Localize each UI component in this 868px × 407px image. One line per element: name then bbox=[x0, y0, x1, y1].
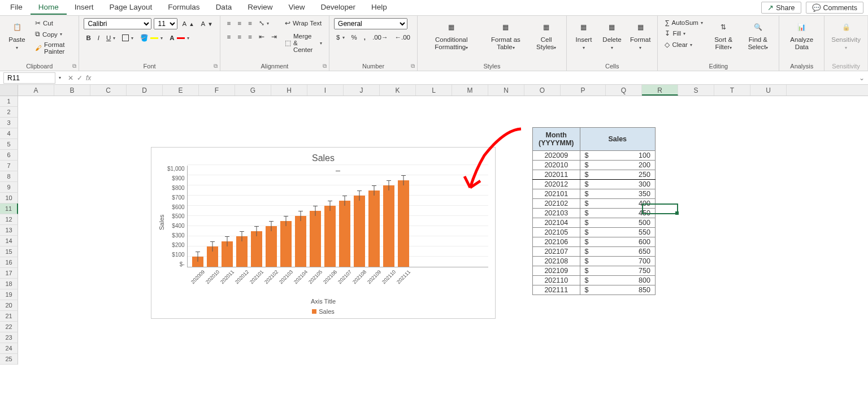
italic-button[interactable]: I bbox=[96, 33, 102, 42]
tab-page-layout[interactable]: Page Layout bbox=[102, 1, 160, 15]
number-format-select[interactable]: General bbox=[334, 18, 407, 29]
enter-formula-button[interactable]: ✓ bbox=[77, 74, 83, 82]
tab-review[interactable]: Review bbox=[240, 1, 280, 15]
sort-filter-button[interactable]: ⇅Sort & Filter▾ bbox=[709, 18, 739, 51]
row-header[interactable]: 3 bbox=[0, 118, 18, 128]
clear-button[interactable]: ◇Clear ▾ bbox=[662, 40, 705, 50]
row-header[interactable]: 21 bbox=[0, 311, 18, 322]
row-header[interactable]: 18 bbox=[0, 279, 18, 289]
column-header[interactable]: D bbox=[127, 85, 163, 96]
tab-home[interactable]: Home bbox=[31, 1, 67, 15]
tab-view[interactable]: View bbox=[280, 1, 313, 15]
row-header[interactable]: 22 bbox=[0, 322, 18, 332]
column-header[interactable]: Q bbox=[606, 85, 642, 96]
row-header[interactable]: 2 bbox=[0, 107, 18, 118]
row-header[interactable]: 12 bbox=[0, 214, 18, 225]
borders-button[interactable]: ▾ bbox=[120, 33, 136, 42]
tab-help[interactable]: Help bbox=[363, 1, 395, 15]
share-button[interactable]: ↗Share bbox=[761, 2, 801, 14]
tab-developer[interactable]: Developer bbox=[313, 1, 363, 15]
wrap-text-button[interactable]: ↩Wrap Text bbox=[283, 18, 324, 28]
currency-button[interactable]: $ ▾ bbox=[334, 33, 346, 42]
underline-button[interactable]: U ▾ bbox=[104, 33, 118, 42]
column-header[interactable]: J bbox=[344, 85, 380, 96]
row-header[interactable]: 11 bbox=[0, 204, 18, 214]
cell-styles-button[interactable]: ▦Cell Styles▾ bbox=[531, 18, 562, 51]
format-as-table-button[interactable]: ▦Format as Table▾ bbox=[484, 18, 528, 51]
column-header[interactable]: M bbox=[452, 85, 488, 96]
column-header[interactable]: S bbox=[678, 85, 714, 96]
formula-input[interactable] bbox=[94, 73, 856, 83]
increase-indent-button[interactable]: ⇥ bbox=[269, 32, 279, 42]
align-center-button[interactable]: ≡ bbox=[235, 32, 244, 41]
row-header[interactable]: 14 bbox=[0, 236, 18, 246]
merge-center-button[interactable]: ⬚Merge & Center ▾ bbox=[283, 32, 324, 54]
align-middle-button[interactable]: ≡ bbox=[235, 19, 244, 28]
column-header[interactable]: R bbox=[642, 85, 678, 96]
column-header[interactable]: C bbox=[90, 85, 127, 96]
column-header[interactable]: E bbox=[163, 85, 199, 96]
tab-formulas[interactable]: Formulas bbox=[160, 1, 207, 15]
orientation-button[interactable]: ⤡▾ bbox=[257, 18, 271, 28]
column-header[interactable]: U bbox=[750, 85, 787, 96]
name-box[interactable] bbox=[3, 72, 55, 84]
conditional-formatting-button[interactable]: ▦Conditional Formatting▾ bbox=[422, 18, 481, 51]
column-header[interactable]: P bbox=[561, 85, 606, 96]
column-header[interactable]: A bbox=[18, 85, 54, 96]
align-left-button[interactable]: ≡ bbox=[225, 32, 233, 41]
paste-button[interactable]: 📋 Paste▾ bbox=[5, 18, 29, 51]
sensitivity-button[interactable]: 🔒Sensitivity▾ bbox=[829, 18, 863, 51]
bold-button[interactable]: B bbox=[84, 33, 93, 42]
insert-cells-button[interactable]: ▦Insert▾ bbox=[571, 18, 596, 51]
row-header[interactable]: 25 bbox=[0, 354, 18, 365]
embedded-chart[interactable]: Sales Sales $1,000$900$800$700$600$500$4… bbox=[151, 147, 496, 319]
analyze-data-button[interactable]: 📊Analyze Data bbox=[784, 18, 819, 51]
format-painter-button[interactable]: 🖌Format Painter bbox=[33, 40, 74, 56]
column-header[interactable]: I bbox=[307, 85, 344, 96]
format-cells-button[interactable]: ▦Format▾ bbox=[628, 18, 653, 51]
column-header[interactable]: F bbox=[199, 85, 235, 96]
align-top-button[interactable]: ≡ bbox=[225, 19, 233, 28]
worksheet-grid[interactable]: ABCDEFGHIJKLMNOPQRSTU 123456789101112131… bbox=[0, 85, 868, 365]
row-header[interactable]: 8 bbox=[0, 171, 18, 182]
font-color-button[interactable]: A▾ bbox=[167, 33, 191, 42]
select-all-corner[interactable] bbox=[0, 85, 18, 96]
row-header[interactable]: 23 bbox=[0, 332, 18, 343]
increase-decimal-button[interactable]: .00→ bbox=[370, 33, 390, 42]
column-header[interactable]: B bbox=[54, 85, 90, 96]
cancel-formula-button[interactable]: ✕ bbox=[68, 74, 73, 82]
column-header[interactable]: N bbox=[488, 85, 524, 96]
row-header[interactable]: 24 bbox=[0, 343, 18, 354]
column-header[interactable]: L bbox=[416, 85, 452, 96]
tab-data[interactable]: Data bbox=[208, 1, 240, 15]
fill-button[interactable]: ↧Fill ▾ bbox=[662, 28, 705, 38]
row-header[interactable]: 15 bbox=[0, 246, 18, 257]
column-header[interactable]: T bbox=[714, 85, 750, 96]
comma-button[interactable]: , bbox=[362, 33, 368, 42]
row-header[interactable]: 13 bbox=[0, 225, 18, 236]
column-header[interactable]: O bbox=[524, 85, 561, 96]
row-header[interactable]: 10 bbox=[0, 193, 18, 204]
tab-file[interactable]: File bbox=[2, 1, 31, 15]
row-header[interactable]: 9 bbox=[0, 182, 18, 193]
fx-button[interactable]: fx bbox=[86, 74, 91, 82]
align-right-button[interactable]: ≡ bbox=[246, 32, 254, 41]
align-bottom-button[interactable]: ≡ bbox=[246, 19, 254, 28]
tab-insert[interactable]: Insert bbox=[67, 1, 102, 15]
decrease-indent-button[interactable]: ⇤ bbox=[257, 32, 267, 42]
column-header[interactable]: H bbox=[271, 85, 307, 96]
row-header[interactable]: 16 bbox=[0, 257, 18, 268]
row-header[interactable]: 17 bbox=[0, 268, 18, 279]
copy-button[interactable]: ⧉Copy ▾ bbox=[33, 29, 74, 39]
row-header[interactable]: 6 bbox=[0, 150, 18, 161]
autosum-button[interactable]: ∑AutoSum ▾ bbox=[662, 18, 705, 27]
column-header[interactable]: K bbox=[380, 85, 416, 96]
decrease-decimal-button[interactable]: ←.00 bbox=[392, 33, 413, 42]
cut-button[interactable]: ✂Cut bbox=[33, 18, 74, 28]
delete-cells-button[interactable]: ▦Delete▾ bbox=[600, 18, 624, 51]
row-header[interactable]: 4 bbox=[0, 128, 18, 139]
decrease-font-button[interactable]: A▼ bbox=[199, 19, 215, 28]
row-header[interactable]: 1 bbox=[0, 96, 18, 107]
increase-font-button[interactable]: A▲ bbox=[180, 19, 196, 28]
comments-button[interactable]: 💬Comments bbox=[806, 2, 863, 14]
